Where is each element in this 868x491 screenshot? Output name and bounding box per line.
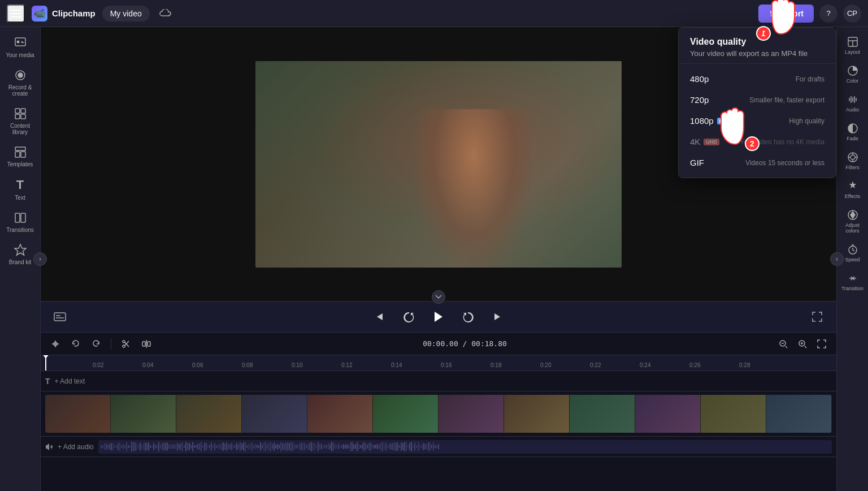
quality-480p-desc: For drafts: [796, 75, 824, 83]
svg-rect-11: [15, 213, 20, 222]
playback-controls: [41, 301, 836, 333]
app-name: Clipchamp: [52, 8, 96, 18]
right-item-layout-label: Layout: [845, 49, 860, 55]
brand-kit-icon: [14, 243, 27, 257]
right-item-layout[interactable]: Layout: [839, 32, 867, 59]
play-button[interactable]: [428, 307, 449, 327]
zoom-out-button[interactable]: [775, 336, 791, 352]
quality-1080p-desc: High quality: [789, 117, 824, 125]
quality-option-480p[interactable]: 480p For drafts: [679, 68, 836, 89]
export-label: Export: [779, 9, 804, 18]
sidebar-item-text[interactable]: T Text: [2, 173, 38, 205]
right-item-adjust-colors-label: Adjust colors: [841, 222, 865, 234]
export-button[interactable]: ⬆ Export: [758, 5, 814, 23]
right-sidebar-toggle[interactable]: ‹: [830, 252, 844, 266]
add-audio-button[interactable]: + Add audio: [58, 443, 94, 451]
right-item-speed[interactable]: Speed: [839, 239, 867, 267]
ruler-mark-024: 0:24: [640, 362, 650, 368]
sidebar-item-record-create[interactable]: Record & create: [2, 64, 38, 101]
ruler-mark-006: 0:06: [192, 362, 203, 368]
skip-end-icon: [492, 312, 502, 322]
sidebar-item-content-library-label: Content library: [5, 123, 36, 135]
video-strip-frame: [635, 395, 701, 433]
undo-icon: [71, 339, 80, 348]
quality-option-1080p[interactable]: 1080p HD High quality: [679, 110, 836, 131]
video-title-button[interactable]: My video: [102, 6, 150, 21]
sidebar-item-templates-label: Templates: [7, 161, 33, 167]
add-text-button[interactable]: + Add text: [55, 377, 85, 385]
cut-button[interactable]: [118, 336, 134, 352]
hamburger-button[interactable]: [7, 5, 25, 23]
audio-waveform: // Generate waveform bars const wf = doc…: [98, 440, 832, 454]
sidebar-expand-button[interactable]: ›: [33, 252, 47, 266]
layout-icon: [847, 36, 858, 48]
fullscreen-button[interactable]: [807, 307, 827, 327]
speed-icon: [847, 244, 858, 255]
ruler-mark-002: 0:02: [93, 362, 103, 368]
rewind-icon: [403, 311, 415, 322]
right-item-effects-label: Effects: [845, 193, 860, 199]
right-item-audio[interactable]: Audio: [839, 89, 867, 117]
skip-to-start-button[interactable]: [370, 307, 390, 327]
right-item-transition[interactable]: Transition: [839, 268, 867, 296]
right-item-color-label: Color: [847, 78, 859, 84]
svg-marker-30: [435, 312, 442, 322]
hd-badge: HD: [717, 118, 729, 124]
sidebar-item-content-library[interactable]: Content library: [2, 102, 38, 140]
undo-button[interactable]: [68, 336, 84, 352]
cloud-save-icon[interactable]: [157, 5, 175, 23]
svg-rect-12: [21, 213, 25, 222]
video-track[interactable]: [41, 391, 836, 437]
right-item-filters[interactable]: Filters: [839, 147, 867, 175]
sidebar-item-your-media[interactable]: Your media: [2, 32, 38, 63]
right-item-color[interactable]: Color: [839, 61, 867, 88]
video-strip-frame: [307, 395, 373, 433]
sidebar-item-templates[interactable]: Templates: [2, 141, 38, 172]
zoom-in-button[interactable]: [795, 336, 810, 352]
captions-button[interactable]: [50, 307, 70, 327]
app-logo: 📹 Clipchamp: [32, 6, 96, 21]
sidebar-item-text-label: Text: [15, 195, 25, 201]
help-button[interactable]: ?: [819, 5, 837, 23]
right-item-fade[interactable]: Fade: [839, 118, 867, 146]
video-strip-frame: [373, 395, 439, 433]
sidebar-item-brand-kit[interactable]: Brand kit: [2, 239, 38, 270]
ruler-mark-028: 0:28: [739, 362, 750, 368]
time-display: 00:00.00 / 00:18.80: [423, 339, 507, 348]
user-avatar-button[interactable]: CP: [843, 5, 861, 23]
forward-5s-button[interactable]: [458, 307, 478, 327]
quality-option-720p[interactable]: 720p Smaller file, faster export: [679, 89, 836, 110]
split-icon: [142, 339, 151, 348]
video-strip-frame: [242, 395, 307, 433]
topbar-right: ⬆ Export ? CP: [758, 5, 861, 23]
video-strip-frame: [766, 395, 832, 433]
text-track-t-icon: T: [45, 377, 50, 386]
right-item-adjust-colors[interactable]: Adjust colors: [839, 205, 867, 238]
quality-gif-name: GIF: [690, 158, 704, 167]
magnetic-snap-button[interactable]: [47, 336, 63, 352]
quality-option-gif[interactable]: GIF Videos 15 seconds or less: [679, 152, 836, 173]
audio-track-icon: [45, 443, 53, 451]
fit-to-window-button[interactable]: [814, 336, 830, 352]
templates-icon: [14, 145, 27, 159]
rewind-5s-button[interactable]: [399, 307, 419, 327]
quality-subtitle: Your video will export as an MP4 file: [690, 49, 824, 58]
total-time: 00:18.80: [471, 339, 507, 348]
video-strip-frame: [111, 395, 176, 433]
quality-720p-desc: Smaller file, faster export: [749, 96, 824, 104]
quality-gif-desc: Videos 15 seconds or less: [745, 159, 824, 167]
time-separator: /: [463, 339, 472, 348]
right-item-effects[interactable]: Effects: [839, 176, 867, 204]
collapse-button[interactable]: [432, 290, 445, 304]
svg-rect-7: [21, 114, 25, 119]
color-icon: [847, 65, 858, 76]
sidebar-item-transitions[interactable]: Transitions: [2, 206, 38, 238]
right-item-audio-label: Audio: [846, 107, 859, 113]
fade-icon: [847, 123, 858, 134]
svg-rect-6: [15, 114, 20, 119]
skip-to-end-button[interactable]: [487, 307, 507, 327]
split-button[interactable]: [138, 336, 154, 352]
redo-button[interactable]: [88, 336, 104, 352]
ruler-mark-010: 0:10: [292, 362, 302, 368]
video-strip-frame: [504, 395, 570, 433]
